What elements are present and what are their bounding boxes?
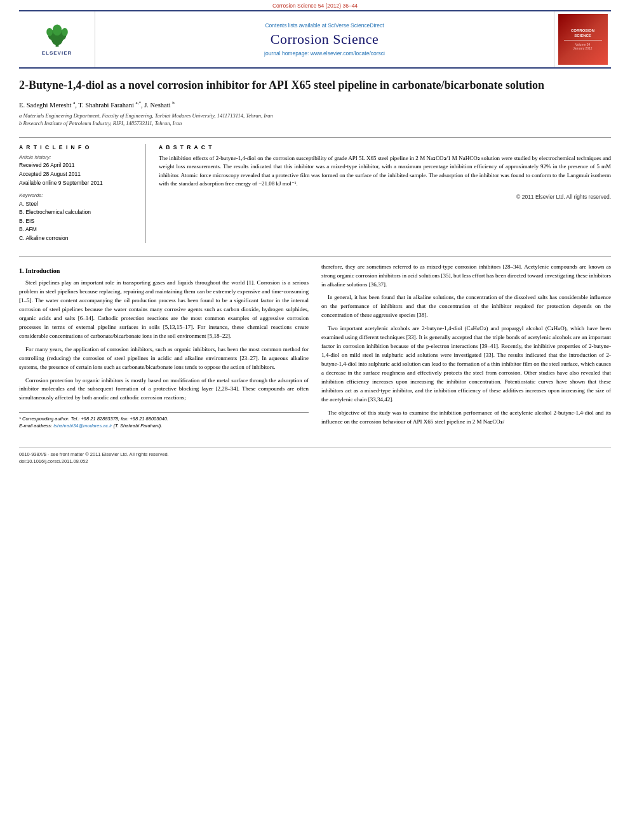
body-right-column: therefore, they are sometimes referred t… — [321, 263, 611, 431]
svg-point-6 — [52, 24, 61, 36]
journal-homepage: journal homepage: www.elsevier.com/locat… — [264, 50, 385, 57]
intro-para5: In general, it has been found that in al… — [321, 293, 611, 320]
main-content: 2-Butyne-1,4-diol as a novel corrosion i… — [19, 69, 611, 441]
keyword-3: B. EIS — [19, 217, 136, 226]
body-text-section: 1. Introduction Steel pipelines play an … — [19, 263, 611, 431]
intro-para1: Steel pipelines play an important role i… — [19, 279, 309, 341]
affiliation-b: b Research Institute of Petroleum Indust… — [19, 120, 611, 128]
keywords-label: Keywords: — [19, 192, 136, 198]
abstract-column: A B S T R A C T The inhibition effects o… — [159, 144, 611, 243]
intro-para4: therefore, they are sometimes referred t… — [321, 263, 611, 290]
footnote-corresponding: * Corresponding author. Tel.: +98 21 828… — [19, 416, 309, 423]
journal-cover-section: CORROSIONSCIENCE Volume 54January 2012 — [554, 11, 611, 67]
footnote-area: * Corresponding author. Tel.: +98 21 828… — [19, 412, 309, 429]
journal-cover-image: CORROSIONSCIENCE Volume 54January 2012 — [558, 14, 608, 65]
article-info-abstract-section: A R T I C L E I N F O Article history: R… — [19, 137, 611, 243]
journal-citation-banner: Corrosion Science 54 (2012) 36–44 — [0, 0, 630, 10]
elsevier-logo-section: ELSEVIER — [19, 11, 95, 67]
article-info-column: A R T I C L E I N F O Article history: R… — [19, 144, 146, 243]
affiliations: a Materials Engineering Department, Facu… — [19, 112, 611, 128]
body-left-column: 1. Introduction Steel pipelines play an … — [19, 263, 309, 431]
intro-para7: The objective of this study was to exami… — [321, 409, 611, 427]
journal-title-section: Contents lists available at SciVerse Sci… — [95, 11, 554, 67]
svg-point-5 — [62, 28, 68, 36]
online-date: Available online 9 September 2011 — [19, 180, 136, 186]
accepted-date: Accepted 28 August 2011 — [19, 171, 136, 177]
abstract-heading: A B S T R A C T — [159, 144, 611, 150]
intro-para2: For many years, the application of corro… — [19, 345, 309, 372]
article-title: 2-Butyne-1,4-diol as a novel corrosion i… — [19, 78, 611, 93]
sciverse-link: Contents lists available at SciVerse Sci… — [265, 22, 384, 29]
intro-para3: Corrosion protection by organic inhibito… — [19, 377, 309, 403]
bottom-info: 0010-938X/$ - see front matter © 2011 El… — [19, 447, 611, 465]
keywords-section: Keywords: A. Steel B. Electrochemical ca… — [19, 192, 136, 243]
affiliation-a: a Materials Engineering Department, Facu… — [19, 112, 611, 120]
elsevier-tree-icon — [41, 23, 73, 48]
footnote-email: E-mail address: tshahrabi34@modares.ac.i… — [19, 423, 309, 430]
received-date: Received 26 April 2011 — [19, 162, 136, 168]
copyright-line: © 2011 Elsevier Ltd. All rights reserved… — [159, 194, 611, 200]
journal-header: ELSEVIER Contents lists available at Sci… — [19, 10, 611, 69]
article-history-label: Article history: — [19, 154, 136, 160]
cover-subtitle: Volume 54January 2012 — [573, 43, 592, 50]
body-divider — [19, 256, 611, 257]
elsevier-wordmark: ELSEVIER — [42, 50, 72, 56]
svg-point-4 — [46, 28, 53, 36]
article-info-heading: A R T I C L E I N F O — [19, 144, 136, 150]
keyword-2: B. Electrochemical calculation — [19, 208, 136, 217]
banner-text: Corrosion Science 54 (2012) 36–44 — [272, 3, 358, 9]
elsevier-logo: ELSEVIER — [41, 23, 73, 56]
keyword-1: A. Steel — [19, 200, 136, 209]
abstract-text: The inhibition effects of 2-butyne-1,4-d… — [159, 154, 611, 189]
doi-text: doi:10.1016/j.corsci.2011.08.052 — [19, 458, 169, 465]
bottom-issn-doi: 0010-938X/$ - see front matter © 2011 El… — [19, 451, 169, 465]
cover-title: CORROSIONSCIENCE — [571, 29, 594, 39]
intro-para6: Two important acetylenic alcohols are 2-… — [321, 324, 611, 404]
issn-text: 0010-938X/$ - see front matter © 2011 El… — [19, 451, 169, 458]
authors-line: E. Sadeghi Meresht a, T. Shahrabi Faraha… — [19, 100, 611, 109]
section1-title: 1. Introduction — [19, 266, 309, 276]
journal-title: Corrosion Science — [271, 31, 379, 48]
keyword-4: B. AFM — [19, 225, 136, 234]
keyword-5: C. Alkaline corrosion — [19, 234, 136, 243]
